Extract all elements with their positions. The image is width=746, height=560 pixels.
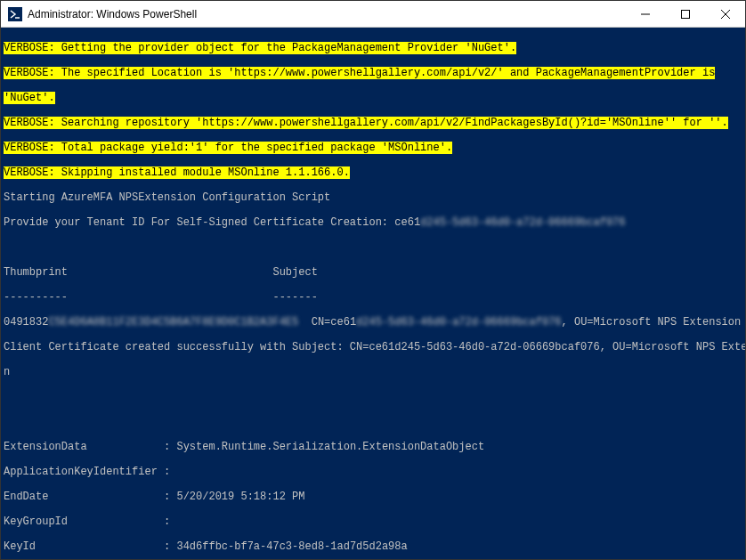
titlebar[interactable]: Administrator: Windows PowerShell (1, 1, 745, 28)
prop-row: EndDate : 5/20/2019 5:18:12 PM (4, 491, 742, 503)
script-start: Starting AzureMFA NPSExtension Configura… (4, 191, 742, 204)
cert-table-row: 0491832C5E4D6A8B11F2E3D4C5B6A7F8E9D0C1B2… (4, 316, 742, 329)
svg-rect-2 (681, 10, 689, 18)
close-button[interactable] (705, 1, 745, 27)
maximize-button[interactable] (665, 1, 705, 27)
cert-table-sep: ---------- ------- (4, 291, 742, 304)
verbose-line: VERBOSE: Total package yield:'1' for the… (4, 142, 452, 154)
prop-row: KeyId : 34d6ffbc-bf7a-47c3-8ed8-1ad7d5d2… (4, 540, 742, 553)
verbose-line: VERBOSE: Searching repository 'https://w… (4, 117, 728, 129)
verbose-line: VERBOSE: Getting the provider object for… (4, 42, 516, 54)
verbose-line: VERBOSE: The specified Location is 'http… (4, 67, 715, 79)
verbose-line: VERBOSE: Skipping installed module MSOnl… (4, 166, 350, 179)
client-cert-created: n (4, 366, 742, 378)
prop-row: KeyGroupId : (4, 515, 742, 528)
client-cert-created: Client Certificate created successfully … (4, 341, 742, 353)
cert-table-header: Thumbprint Subject (4, 266, 742, 279)
tenant-prompt: Provide your Tenant ID For Self-Signed C… (4, 216, 742, 229)
window-controls (625, 1, 745, 27)
terminal-output[interactable]: VERBOSE: Getting the provider object for… (1, 28, 745, 559)
prop-row: ApplicationKeyIdentifier : (4, 466, 742, 478)
titlebar-title: Administrator: Windows PowerShell (28, 8, 625, 20)
minimize-button[interactable] (625, 1, 665, 27)
prop-row: ExtensionData : System.Runtime.Serializa… (4, 441, 742, 453)
verbose-line: 'NuGet'. (4, 92, 55, 104)
powershell-window: Administrator: Windows PowerShell VERBOS… (0, 0, 746, 560)
powershell-icon (8, 7, 22, 21)
